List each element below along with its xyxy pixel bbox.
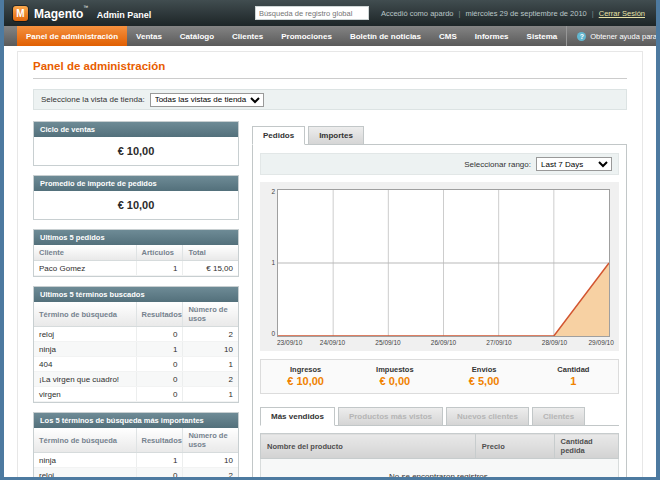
average-orders-box: Promedio de importe de pedidos € 10,00	[33, 175, 239, 220]
table-row: Paco Gomez1€ 15,00	[34, 261, 238, 276]
orders-amounts-tabbar: Pedidos Importes	[252, 126, 627, 145]
table-row: 40401	[34, 357, 238, 372]
brand-title: Magento™ Admin Panel	[34, 4, 151, 22]
nav-item-newsletter[interactable]: Boletín de noticias	[341, 26, 430, 46]
nav-item-customers[interactable]: Clientes	[223, 26, 272, 46]
table-row: ¡La virgen que cuadro!02	[34, 372, 238, 387]
bestsellers-grid: Nombre del productoPrecioCantidad pedida…	[260, 433, 619, 480]
range-bar: Seleccionar rango: Last 7 Days	[260, 153, 619, 175]
brand-suffix: Admin Panel	[97, 10, 152, 20]
chart-x-labels: 23/09/1024/09/1025/09/1026/09/1027/09/10…	[277, 339, 610, 348]
admin-page: M Magento™ Admin Panel Accedió como apar…	[0, 0, 660, 480]
trademark-mark: ™	[83, 4, 88, 10]
lifetime-sales-value: € 10,00	[34, 137, 238, 165]
total-quantity: Cantidad 1	[529, 365, 618, 387]
x-tick-label: 28/09/10	[542, 339, 567, 346]
global-search-input[interactable]	[255, 6, 369, 20]
x-tick-label: 29/09/10	[588, 339, 613, 346]
total-label: Impuestos	[350, 365, 439, 374]
average-orders-value: € 10,00	[34, 191, 238, 219]
tab-bestsellers[interactable]: Más vendidos	[260, 407, 335, 426]
y-tick-label: 2	[271, 189, 275, 196]
average-orders-title: Promedio de importe de pedidos	[34, 176, 238, 191]
table-header-row: Término de búsquedaResultadosNúmero de u…	[34, 302, 238, 327]
nav-item-catalog[interactable]: Catálogo	[171, 26, 223, 46]
column-header: Término de búsqueda	[34, 302, 136, 327]
tab-amounts[interactable]: Importes	[308, 126, 364, 145]
store-view-select[interactable]: Todas las vistas de tienda	[150, 93, 264, 107]
nav-item-sales[interactable]: Ventas	[127, 26, 171, 46]
logged-in-as: Accedió como apardo	[381, 9, 454, 18]
column-header: Resultados	[136, 302, 183, 327]
page-title: Panel de administración	[33, 60, 627, 72]
magento-logo-icon: M	[13, 6, 28, 21]
tab-new-customers[interactable]: Nuevos clientes	[446, 407, 529, 426]
top-search-terms-box: Los 5 términos de búsqueda más important…	[33, 412, 239, 480]
table-row: ninja110	[34, 453, 238, 468]
products-tabbar: Más vendidos Productos más vistos Nuevos…	[260, 407, 619, 426]
lifetime-sales-title: Ciclo de ventas	[34, 122, 238, 137]
help-link[interactable]: ? Obtener ayuda para esta página	[566, 26, 660, 46]
x-tick-label: 26/09/10	[431, 339, 456, 346]
total-value: € 5,00	[440, 375, 529, 387]
nav-item-promotions[interactable]: Promociones	[272, 26, 341, 46]
column-header: Total	[183, 245, 238, 261]
column-header: Cantidad pedida	[554, 434, 618, 459]
tab-customers[interactable]: Clientes	[532, 407, 585, 426]
column-header: Precio	[475, 434, 554, 459]
current-date: miércoles 29 de septiembre de 2010	[465, 9, 586, 18]
main-nav: Panel de administración Ventas Catálogo …	[4, 26, 656, 46]
header-session-info: Accedió como apardo | miércoles 29 de se…	[381, 9, 645, 18]
tab-orders[interactable]: Pedidos	[252, 126, 305, 145]
total-tax: Impuestos € 0,00	[350, 365, 439, 387]
store-view-bar: Seleccione la vista de tienda: Todas las…	[33, 89, 627, 110]
y-tick-label: 0	[271, 331, 275, 338]
total-value: 1	[529, 375, 618, 387]
x-tick-label: 27/09/10	[486, 339, 511, 346]
x-tick-label: 24/09/10	[320, 339, 345, 346]
brand-name: Magento	[34, 7, 83, 21]
last-orders-title: Ultimos 5 pedidos	[34, 230, 238, 245]
total-label: Envíos	[440, 365, 529, 374]
title-divider	[33, 78, 627, 79]
total-label: Cantidad	[529, 365, 618, 374]
last-orders-table: ClienteArtículosTotal Paco Gomez1€ 15,00	[34, 245, 238, 276]
last-orders-box: Ultimos 5 pedidos ClienteArtículosTotal …	[33, 229, 239, 277]
nav-item-dashboard[interactable]: Panel de administración	[17, 26, 127, 46]
logout-link[interactable]: Cerrar Sesión	[599, 9, 645, 18]
separator: |	[458, 9, 460, 18]
nav-item-cms[interactable]: CMS	[430, 26, 466, 46]
dashboard-left-column: Ciclo de ventas € 10,00 Promedio de impo…	[33, 121, 239, 480]
total-label: Ingresos	[261, 365, 350, 374]
column-header: Resultados	[136, 428, 183, 453]
dashboard-right-column: Pedidos Importes Seleccionar rango: Last…	[252, 121, 627, 480]
last-search-terms-title: Ultimos 5 términos buscados	[34, 287, 238, 302]
tab-most-viewed[interactable]: Productos más vistos	[338, 407, 443, 426]
total-value: € 0,00	[350, 375, 439, 387]
orders-chart	[278, 190, 609, 336]
lifetime-sales-box: Ciclo de ventas € 10,00	[33, 121, 239, 166]
range-select[interactable]: Last 7 Days	[536, 157, 612, 171]
total-revenue: Ingresos € 10,00	[261, 365, 350, 387]
range-label: Seleccionar rango:	[464, 160, 531, 169]
column-header: Número de usos	[183, 428, 238, 453]
help-icon: ?	[577, 32, 586, 41]
grid-empty-row: No se encontraron registros.	[261, 459, 619, 480]
chart-plot	[277, 189, 610, 337]
table-row: virgen01	[34, 387, 238, 402]
column-header: Término de búsqueda	[34, 428, 136, 453]
column-header: Nombre del producto	[261, 434, 476, 459]
last-search-terms-box: Ultimos 5 términos buscados Término de b…	[33, 286, 239, 403]
chart-y-labels: 210	[264, 189, 277, 337]
last-search-terms-table: Término de búsquedaResultadosNúmero de u…	[34, 302, 238, 402]
column-header: Número de usos	[183, 302, 238, 327]
no-records-message: No se encontraron registros.	[261, 459, 619, 480]
table-header-row: ClienteArtículosTotal	[34, 245, 238, 261]
table-header-row: Término de búsquedaResultadosNúmero de u…	[34, 428, 238, 453]
separator: |	[592, 9, 594, 18]
orders-panel: Seleccionar rango: Last 7 Days 210 23/	[252, 145, 627, 480]
nav-item-reports[interactable]: Informes	[466, 26, 518, 46]
content-area: Panel de administración Seleccione la vi…	[17, 51, 643, 480]
nav-item-system[interactable]: Sistema	[518, 26, 567, 46]
top-header: M Magento™ Admin Panel Accedió como apar…	[4, 0, 656, 26]
